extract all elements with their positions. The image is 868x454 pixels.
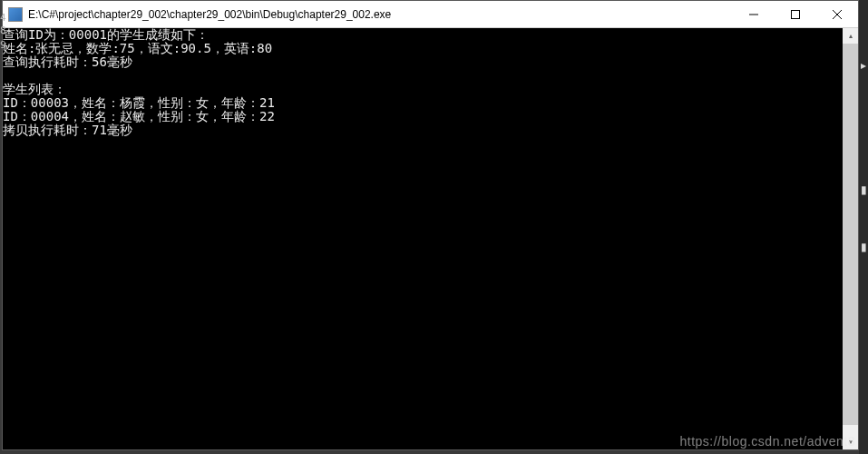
gutter-number: 8 [0,25,6,36]
titlebar[interactable]: E:\C#\project\chapter29_002\chapter29_00… [3,1,858,28]
gutter-number: 9 [0,39,6,51]
scroll-up-arrow[interactable]: ▴ [843,28,858,44]
console-area: 查询ID为：00001的学生成绩如下： 姓名:张无忌，数学:75，语文:90.5… [3,28,858,449]
gutter-number: 4 [0,12,6,24]
window-controls [733,1,858,28]
app-icon [8,7,23,22]
watermark-text: https://blog.csdn.net/advent8 [679,434,855,449]
console-window: E:\C#\project\chapter29_002\chapter29_00… [2,0,859,450]
close-button[interactable] [816,1,858,28]
minimize-button[interactable] [733,1,775,28]
vertical-scrollbar[interactable]: ▴ ▾ [843,28,858,449]
svg-rect-1 [792,10,800,18]
side-marker-icon: ▸ [860,62,867,69]
maximize-button[interactable] [775,1,816,28]
right-side-strip: ▸ ▮ ▮ [859,0,868,454]
scrollbar-thumb[interactable] [843,44,858,425]
side-marker-icon: ▮ [860,243,867,251]
window-title: E:\C#\project\chapter29_002\chapter29_00… [28,8,733,21]
console-output[interactable]: 查询ID为：00001的学生成绩如下： 姓名:张无忌，数学:75，语文:90.5… [3,28,843,449]
side-marker-icon: ▮ [860,186,867,193]
